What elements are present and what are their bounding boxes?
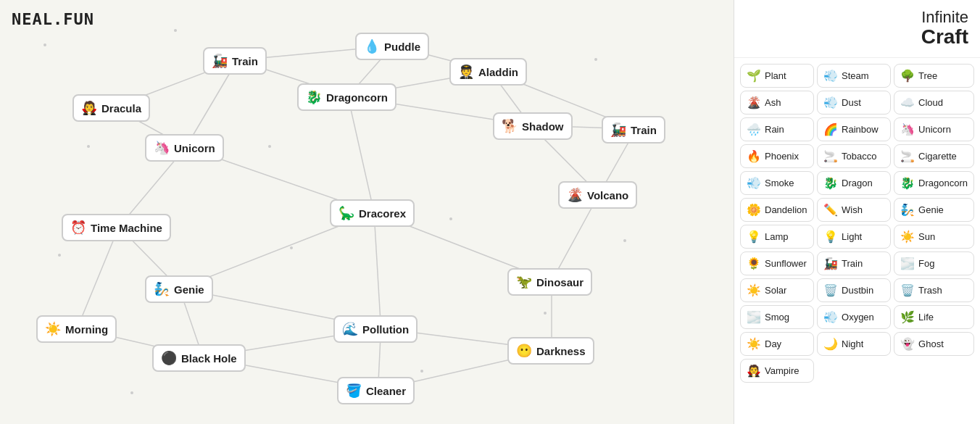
sidebar-item-smoke[interactable]: 💨Smoke <box>740 171 814 195</box>
sidebar-item-icon: ☁️ <box>900 96 915 109</box>
node-card-shadow[interactable]: 🐕Shadow <box>493 112 573 140</box>
node-card-unicorn[interactable]: 🦄Unicorn <box>145 134 224 162</box>
node-card-black_hole[interactable]: ⚫Black Hole <box>152 344 246 372</box>
decorative-dot <box>130 391 133 394</box>
sidebar-item-icon: 🐉 <box>900 176 915 190</box>
sidebar-item-genie[interactable]: 🧞Genie <box>894 198 974 222</box>
sidebar-item-oxygen[interactable]: 💨Oxygen <box>817 305 891 329</box>
node-icon: 😶 <box>516 343 532 359</box>
node-icon: 🦖 <box>516 274 532 290</box>
sidebar-item-icon: 🧞 <box>900 203 915 217</box>
sidebar-item-label: Ash <box>765 97 781 108</box>
sidebar-item-tobacco[interactable]: 🚬Tobacco <box>817 144 891 168</box>
sidebar-item-life[interactable]: 🌿Life <box>894 305 974 329</box>
sidebar-item-ash[interactable]: 🌋Ash <box>740 91 814 115</box>
node-label: Shadow <box>522 120 564 133</box>
sidebar-item-dandelion[interactable]: 🌼Dandelion <box>740 198 814 222</box>
node-label: Dracula <box>101 102 141 115</box>
sidebar-item-fog[interactable]: 🌫️Fog <box>894 252 974 275</box>
node-label: Train <box>232 55 258 67</box>
sidebar-item-lamp[interactable]: 💡Lamp <box>740 225 814 249</box>
sidebar-item-trash[interactable]: 🗑️Trash <box>894 278 974 302</box>
sidebar-item-dragoncorn[interactable]: 🐉Dragoncorn <box>894 171 974 195</box>
sidebar-item-phoenix[interactable]: 🔥Phoenix <box>740 144 814 168</box>
node-label: Genie <box>174 283 204 296</box>
sidebar-item-rain[interactable]: 🌧️Rain <box>740 117 814 141</box>
sidebar-item-label: Plant <box>765 70 786 81</box>
node-card-genie[interactable]: 🧞Genie <box>145 275 213 303</box>
sidebar-item-solar[interactable]: ☀️Solar <box>740 278 814 302</box>
node-label: Puddle <box>384 41 420 53</box>
node-card-time_machine[interactable]: ⏰Time Machine <box>62 214 171 241</box>
node-card-train_top[interactable]: 🚂Train <box>203 47 267 75</box>
node-card-darkness[interactable]: 😶Darkness <box>507 337 594 365</box>
sidebar-item-unicorn[interactable]: 🦄Unicorn <box>894 117 974 141</box>
node-card-dinosaur[interactable]: 🦖Dinosaur <box>507 268 592 296</box>
sidebar-item-rainbow[interactable]: 🌈Rainbow <box>817 117 891 141</box>
sidebar-item-steam[interactable]: 💨Steam <box>817 64 891 88</box>
node-icon: 🌋 <box>567 187 583 203</box>
sidebar-item-label: Smoke <box>765 178 794 188</box>
node-card-dragoncorn[interactable]: 🐉Dragoncorn <box>297 83 396 111</box>
sidebar-item-label: Dust <box>842 97 861 108</box>
node-icon: 🦕 <box>339 205 354 221</box>
node-label: Morning <box>65 323 108 336</box>
sidebar-item-label: Wish <box>842 204 863 215</box>
node-card-pollution[interactable]: 🌊Pollution <box>333 315 418 343</box>
sidebar-item-icon: 💡 <box>823 230 838 244</box>
node-icon: 🚂 <box>610 122 626 138</box>
sidebar-item-label: Rain <box>765 124 784 135</box>
sidebar-item-label: Genie <box>918 204 944 215</box>
node-label: Darkness <box>536 345 586 357</box>
sidebar-header: Infinite Craft <box>734 0 980 58</box>
sidebar-item-dust[interactable]: 💨Dust <box>817 91 891 115</box>
node-card-morning[interactable]: ☀️Morning <box>36 315 117 343</box>
sidebar-item-plant[interactable]: 🌱Plant <box>740 64 814 88</box>
node-label: Dragoncorn <box>326 91 388 104</box>
sidebar-item-label: Train <box>842 258 863 269</box>
sidebar-item-label: Unicorn <box>918 124 951 135</box>
sidebar-item-label: Ghost <box>918 338 944 349</box>
sidebar-item-label: Steam <box>842 70 869 81</box>
sidebar-item-cigarette[interactable]: 🚬Cigarette <box>894 144 974 168</box>
node-card-volcano[interactable]: 🌋Volcano <box>558 181 637 209</box>
sidebar-item-label: Dragon <box>842 178 873 188</box>
sidebar-item-wish[interactable]: ✏️Wish <box>817 198 891 222</box>
sidebar-item-sun[interactable]: ☀️Sun <box>894 225 974 249</box>
node-card-dracula[interactable]: 🧛Dracula <box>72 94 150 122</box>
node-card-dracorex[interactable]: 🦕Dracorex <box>330 199 415 227</box>
sidebar-item-night[interactable]: 🌙Night <box>817 332 891 356</box>
sidebar-item-smog[interactable]: 🌫️Smog <box>740 305 814 329</box>
sidebar-item-day[interactable]: ☀️Day <box>740 332 814 356</box>
node-card-cleaner[interactable]: 🪣Cleaner <box>337 377 415 404</box>
sidebar-item-train[interactable]: 🚂Train <box>817 252 891 275</box>
node-icon: 🧞 <box>154 281 170 297</box>
connection-line <box>348 96 374 212</box>
sidebar-item-icon: 🚬 <box>900 149 915 163</box>
sidebar-item-sunflower[interactable]: 🌻Sunflower <box>740 252 814 275</box>
sidebar-item-cloud[interactable]: ☁️Cloud <box>894 91 974 115</box>
sidebar-item-ghost[interactable]: 👻Ghost <box>894 332 974 356</box>
sidebar-item-tree[interactable]: 🌳Tree <box>894 64 974 88</box>
node-card-train_right[interactable]: 🚂Train <box>602 116 665 144</box>
node-icon: ⚫ <box>161 350 177 366</box>
node-card-aladdin[interactable]: 🧑‍✈️Aladdin <box>449 58 527 86</box>
connection-line <box>374 212 381 328</box>
sidebar-item-icon: 🚂 <box>823 257 838 270</box>
sidebar-item-icon: 🌻 <box>747 257 761 270</box>
sidebar-item-label: Lamp <box>765 231 789 242</box>
node-label: Volcano <box>587 189 628 201</box>
sidebar-item-vampire[interactable]: 🧛Vampire <box>740 359 814 383</box>
sidebar-item-icon: 🗑️ <box>823 283 838 297</box>
sidebar-item-icon: ☀️ <box>747 337 761 351</box>
sidebar-item-icon: 💨 <box>747 176 761 190</box>
node-card-puddle[interactable]: 💧Puddle <box>355 33 429 60</box>
sidebar-item-icon: 🌈 <box>823 122 838 136</box>
sidebar-item-dustbin[interactable]: 🗑️Dustbin <box>817 278 891 302</box>
sidebar-item-label: Tree <box>918 70 937 81</box>
craft-canvas: NEAL.FUN 🚂Train💧Puddle🧛Dracula🐉Dragoncor… <box>0 0 734 424</box>
sidebar-item-light[interactable]: 💡Light <box>817 225 891 249</box>
sidebar-item-dragon[interactable]: 🐉Dragon <box>817 171 891 195</box>
sidebar-item-icon: 🌫️ <box>900 257 915 270</box>
sidebar-item-icon: 🌱 <box>747 69 761 83</box>
